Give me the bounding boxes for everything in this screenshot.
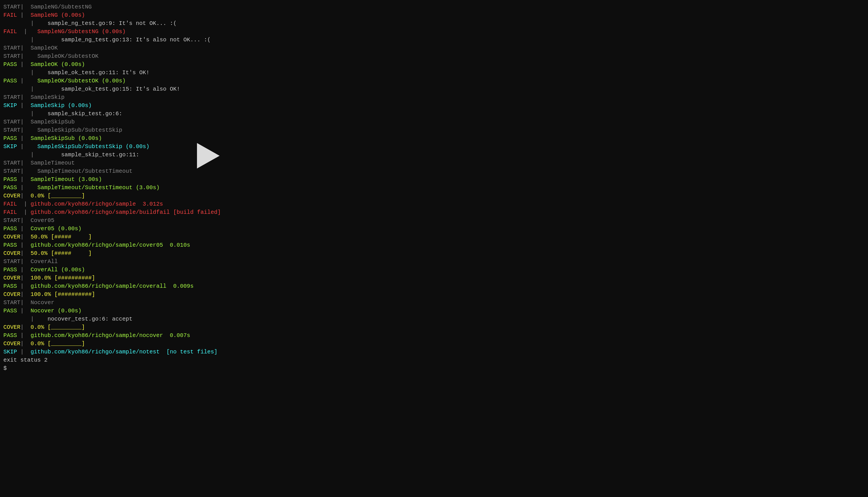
terminal-segment: 100.0% [##########] [31, 291, 95, 298]
terminal-segment: github.com/kyoh86/richgo/sample/cover05 … [31, 242, 190, 248]
terminal-segment: | [17, 201, 31, 207]
terminal-segment: | [17, 283, 31, 289]
terminal-segment: | [17, 102, 31, 109]
terminal-segment: SKIP [3, 102, 17, 109]
terminal-segment: PASS [3, 242, 17, 248]
terminal-segment: 100.0% [##########] [31, 275, 95, 281]
terminal-segment: | [17, 349, 31, 355]
terminal-line: START| SampleSkipSub/SubtestSkip [3, 126, 865, 134]
terminal-segment: 50.0% [##### ] [31, 250, 92, 257]
terminal-line: PASS | github.com/kyoh86/richgo/sample/n… [3, 331, 865, 340]
terminal-line: START| Nocover [3, 298, 865, 307]
terminal-segment: | [3, 37, 61, 43]
terminal-line: SKIP | SampleSkip (0.00s) [3, 101, 865, 110]
terminal-segment: | [3, 152, 61, 158]
terminal-segment: PASS [3, 176, 17, 183]
terminal-segment: | [17, 61, 31, 68]
terminal-segment: | [17, 225, 31, 232]
terminal-segment: PASS [3, 308, 17, 314]
terminal-segment: | [20, 275, 31, 281]
terminal-segment: nocover_test.go:6: accept [47, 316, 132, 322]
terminal-segment: FAIL [3, 209, 17, 215]
terminal-segment: | [20, 291, 31, 298]
terminal-segment: github.com/kyoh86/richgo/sample/buildfai… [31, 209, 221, 215]
terminal-segment: 0.0% [_________] [31, 340, 85, 347]
terminal-segment: PASS [3, 77, 17, 84]
terminal-line: PASS | github.com/kyoh86/richgo/sample/c… [3, 241, 865, 249]
terminal-segment: | [3, 316, 47, 322]
terminal-line: | sample_ng_test.go:9: It's not OK... :( [3, 19, 865, 27]
terminal-line: FAIL | SampleNG/SubtestNG (0.00s) [3, 27, 865, 36]
terminal-segment: CoverAll (0.00s) [31, 267, 85, 273]
terminal-segment: SampleTimeout/SubtestTimeout (3.00s) [38, 184, 160, 191]
play-button[interactable] [192, 142, 221, 170]
terminal-line: $ [3, 364, 865, 372]
terminal-segment: SKIP [3, 143, 17, 150]
terminal-segment: COVER [3, 250, 20, 257]
terminal-segment: | [17, 332, 31, 339]
terminal-line: PASS | Cover05 (0.00s) [3, 225, 865, 233]
terminal-segment: github.com/kyoh86/richgo/sample 3.012s [31, 201, 163, 207]
terminal-segment: SampleNG/SubtestNG (0.00s) [31, 28, 126, 35]
terminal-line: COVER| 0.0% [_________] [3, 192, 865, 200]
terminal-line: COVER| 100.0% [##########] [3, 290, 865, 298]
terminal-line: exit status 2 [3, 356, 865, 364]
terminal-segment: github.com/kyoh86/richgo/sample/notest [… [31, 349, 217, 355]
terminal-segment: | [20, 233, 31, 240]
terminal-line: PASS | CoverAll (0.00s) [3, 266, 865, 274]
terminal-segment: SampleNG (0.00s) [31, 12, 85, 18]
terminal-segment: sample_skip_test.go:11: [61, 152, 139, 158]
terminal-segment: 50.0% [##### ] [31, 233, 92, 240]
terminal-line: START| SampleSkip [3, 93, 865, 101]
terminal-line: START| SampleOK/SubtestOK [3, 52, 865, 60]
terminal-line: START| SampleTimeout [3, 159, 865, 167]
terminal-line: SKIP | SampleSkipSub/SubtestSkip (0.00s) [3, 142, 865, 151]
terminal-segment: | [3, 111, 47, 117]
terminal-line: FAIL | SampleNG (0.00s) [3, 11, 865, 19]
terminal-line: | sample_ng_test.go:13: It's also not OK… [3, 36, 865, 44]
terminal-segment: | [20, 250, 31, 257]
terminal-segment: | [17, 267, 31, 273]
terminal-line: START| SampleNG/SubtestNG [3, 3, 865, 11]
terminal-line: PASS | github.com/kyoh86/richgo/sample/c… [3, 282, 865, 290]
terminal-line: | sample_ok_test.go:11: It's OK! [3, 69, 865, 77]
terminal-segment: PASS [3, 225, 17, 232]
terminal-segment: github.com/kyoh86/richgo/sample/coverall… [31, 283, 194, 289]
terminal-segment: COVER [3, 291, 20, 298]
terminal-segment: PASS [3, 184, 17, 191]
terminal-segment: | [17, 308, 31, 314]
terminal-segment: SKIP [3, 349, 17, 355]
terminal-segment: github.com/kyoh86/richgo/sample/nocover … [31, 332, 190, 339]
terminal-line: PASS | SampleTimeout (3.00s) [3, 175, 865, 184]
terminal-segment: COVER [3, 324, 20, 330]
terminal-line: START| CoverAll [3, 257, 865, 266]
terminal-line: | nocover_test.go:6: accept [3, 315, 865, 323]
terminal-line: PASS | SampleTimeout/SubtestTimeout (3.0… [3, 184, 865, 192]
terminal-line: | sample_ok_test.go:15: It's also OK! [3, 85, 865, 93]
terminal-line: COVER| 0.0% [_________] [3, 340, 865, 348]
terminal-segment: | [17, 209, 31, 215]
terminal-segment: sample_ok_test.go:11: It's OK! [47, 69, 149, 76]
terminal-segment: SampleSkipSub (0.00s) [31, 135, 102, 142]
terminal-segment: | [20, 340, 31, 347]
terminal-line: FAIL | github.com/kyoh86/richgo/sample 3… [3, 200, 865, 208]
terminal-segment: | [17, 184, 38, 191]
terminal-line: | sample_skip_test.go:11: [3, 151, 865, 159]
terminal-segment: 0.0% [_________] [31, 324, 85, 330]
terminal-line: COVER| 50.0% [##### ] [3, 233, 865, 241]
terminal-line: FAIL | github.com/kyoh86/richgo/sample/b… [3, 208, 865, 216]
terminal-segment: | [3, 20, 47, 27]
terminal-segment: sample_ng_test.go:9: It's not OK... :( [47, 20, 177, 27]
terminal-segment: SampleSkip (0.00s) [31, 102, 92, 109]
terminal-line: SKIP | github.com/kyoh86/richgo/sample/n… [3, 348, 865, 356]
terminal-segment: PASS [3, 135, 17, 142]
terminal-segment: sample_ok_test.go:15: It's also OK! [61, 86, 180, 92]
terminal-line: COVER| 50.0% [##### ] [3, 249, 865, 257]
terminal-segment: sample_skip_test.go:6: [47, 111, 122, 117]
terminal-line: START| SampleOK [3, 44, 865, 52]
terminal-line: COVER| 0.0% [_________] [3, 323, 865, 331]
terminal-line: PASS | SampleOK/SubtestOK (0.00s) [3, 77, 865, 85]
terminal-segment: | [20, 324, 31, 330]
terminal-segment: | [20, 193, 31, 199]
terminal-segment: SampleSkipSub/SubtestSkip (0.00s) [38, 143, 149, 150]
